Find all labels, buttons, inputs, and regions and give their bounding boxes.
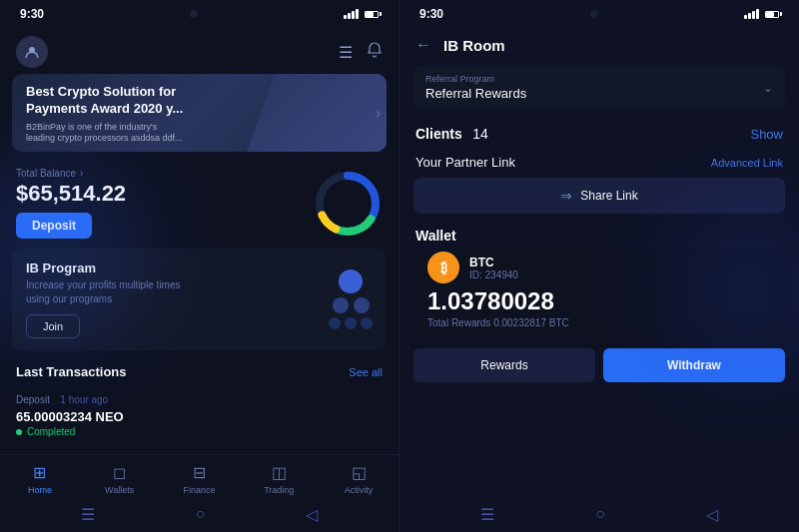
btc-id: ID: 234940 — [469, 269, 518, 280]
clients-row: Clients 14 Show — [400, 119, 799, 151]
referral-value: Referral Rewards — [425, 86, 526, 101]
show-link[interactable]: Show — [750, 127, 783, 142]
banner-subtitle: B2BinPay is one of the industry's leadin… — [26, 122, 186, 145]
wallet-card: ₿ BTC ID: 234940 1.03780028 Total Reward… — [413, 252, 785, 348]
clients-info: Clients 14 — [415, 125, 488, 143]
ib-program-card: IB Program Increase your profits multipl… — [12, 249, 387, 350]
balance-amount: $65,514.22 — [16, 181, 126, 207]
deposit-button[interactable]: Deposit — [16, 213, 92, 239]
see-all-link[interactable]: See all — [349, 366, 383, 378]
ib-title: IB Program — [26, 261, 186, 275]
status-icons-right — [744, 9, 779, 19]
system-home-icon[interactable]: ○ — [196, 505, 206, 524]
banner-title: Best Crypto Solution for Payments Award … — [26, 84, 186, 118]
balance-donut-chart — [313, 169, 383, 239]
share-link-label: Share Link — [580, 189, 637, 203]
referral-dropdown[interactable]: Referral Program Referral Rewards ⌄ — [413, 66, 785, 109]
referral-label: Referral Program — [425, 74, 526, 84]
referral-info: Referral Program Referral Rewards — [425, 74, 526, 101]
time-right: 9:30 — [419, 7, 443, 21]
system-menu-icon-right[interactable]: ☰ — [480, 505, 494, 524]
system-nav-left: ☰ ○ ◁ — [0, 499, 399, 532]
join-button[interactable]: Join — [26, 314, 80, 338]
ib-circle-top — [339, 269, 363, 293]
system-home-icon-right[interactable]: ○ — [595, 505, 605, 524]
wallet-actions: Rewards Withdraw — [413, 348, 785, 382]
left-phone: 9:30 ☰ — [0, 0, 400, 532]
tx-time: 1 hour ago — [60, 394, 108, 405]
clients-label: Clients — [415, 126, 462, 142]
tx-meta: Deposit 1 hour ago — [16, 389, 383, 407]
system-menu-icon[interactable]: ☰ — [81, 505, 95, 524]
bottom-nav: ⊞ Home ◻ Wallets ⊟ Finance ◫ Trading ◱ A… — [0, 454, 399, 499]
btc-icon: ₿ — [427, 252, 459, 283]
share-icon: ⇒ — [560, 188, 572, 204]
right-header: ← IB Room — [400, 28, 799, 62]
trading-icon: ◫ — [272, 463, 287, 482]
camera-dot-right — [590, 10, 598, 18]
btc-symbol: BTC — [469, 256, 518, 269]
signal-icon — [344, 9, 359, 19]
header-icons: ☰ — [339, 42, 383, 62]
btc-amount: 1.03780028 — [413, 287, 785, 317]
status-bar-left: 9:30 — [0, 0, 399, 28]
nav-activity-label: Activity — [345, 485, 374, 495]
wallet-title: Wallet — [400, 224, 799, 252]
avatar[interactable] — [16, 36, 48, 68]
time-left: 9:30 — [20, 7, 44, 21]
ib-program-info: IB Program Increase your profits multipl… — [26, 261, 186, 338]
left-header: ☰ — [0, 28, 399, 74]
nav-home[interactable]: ⊞ Home — [0, 463, 80, 495]
nav-finance-label: Finance — [183, 485, 215, 495]
partner-label: Your Partner Link — [415, 155, 515, 170]
tx-type: Deposit — [16, 394, 50, 405]
signal-icon-right — [744, 9, 759, 19]
transactions-header: Last Transactions See all — [0, 356, 399, 383]
btc-info: BTC ID: 234940 — [469, 256, 518, 280]
ib-description: Increase your profits multiple times usi… — [26, 278, 186, 306]
system-nav-right: ☰ ○ ◁ — [400, 499, 799, 532]
camera-dot-left — [190, 10, 198, 18]
page-title: IB Room — [443, 37, 505, 54]
status-icons-left — [344, 9, 379, 19]
share-link-button[interactable]: ⇒ Share Link — [413, 178, 785, 214]
banner-graphic — [247, 74, 387, 152]
status-dot-green — [16, 429, 22, 435]
nav-wallets-label: Wallets — [105, 485, 134, 495]
nav-trading[interactable]: ◫ Trading — [239, 463, 319, 495]
clients-count: 14 — [472, 126, 488, 142]
btc-row: ₿ BTC ID: 234940 — [413, 252, 785, 287]
rewards-button[interactable]: Rewards — [413, 348, 595, 382]
transaction-item: Deposit 1 hour ago 65.00003234 NEO Compl… — [0, 383, 399, 441]
wallets-icon: ◻ — [113, 463, 126, 482]
balance-info: Total Balance › $65,514.22 Deposit — [16, 168, 126, 239]
nav-finance[interactable]: ⊟ Finance — [160, 463, 240, 495]
tx-amount: 65.00003234 NEO — [16, 409, 383, 424]
ib-circles-row1 — [333, 297, 370, 313]
nav-home-label: Home — [28, 485, 52, 495]
tx-status: Completed — [16, 426, 383, 437]
system-back-icon[interactable]: ◁ — [306, 505, 318, 524]
balance-label: Total Balance › — [16, 168, 126, 179]
transactions-title: Last Transactions — [16, 364, 127, 379]
battery-icon — [365, 11, 379, 18]
back-button[interactable]: ← — [415, 36, 431, 54]
chevron-down-icon: ⌄ — [763, 81, 773, 95]
withdraw-button[interactable]: Withdraw — [603, 348, 785, 382]
finance-icon: ⊟ — [193, 463, 206, 482]
bell-icon[interactable] — [367, 42, 383, 62]
promo-banner: Best Crypto Solution for Payments Award … — [12, 74, 387, 152]
banner-chevron-icon: › — [376, 105, 381, 121]
status-bar-right: 9:30 — [400, 0, 799, 28]
ib-graphic — [329, 269, 373, 329]
activity-icon: ◱ — [352, 463, 367, 482]
right-phone: 9:30 ← IB Room Referral Program Referral… — [400, 0, 799, 532]
battery-icon-right — [765, 11, 779, 18]
nav-activity[interactable]: ◱ Activity — [319, 463, 399, 495]
balance-section: Total Balance › $65,514.22 Deposit — [0, 162, 399, 243]
system-back-icon-right[interactable]: ◁ — [706, 505, 718, 524]
advanced-link[interactable]: Advanced Link — [711, 157, 783, 169]
tx-status-text: Completed — [27, 426, 75, 437]
menu-icon[interactable]: ☰ — [339, 43, 353, 62]
nav-wallets[interactable]: ◻ Wallets — [80, 463, 160, 495]
